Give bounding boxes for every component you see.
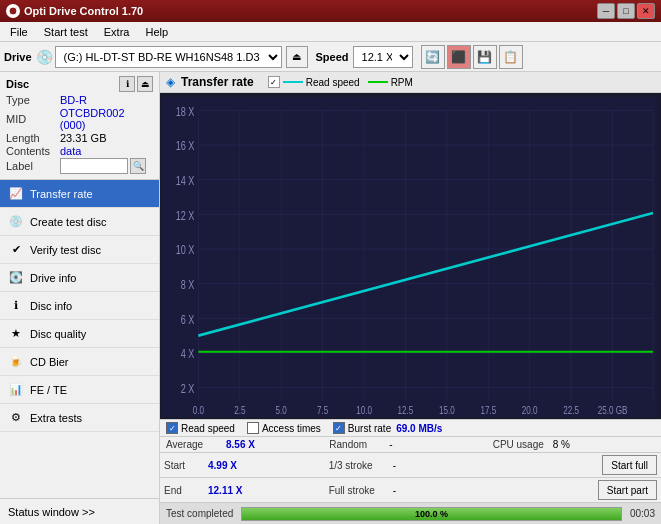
stats-average: Average 8.56 X [166,439,328,450]
app-title: Opti Drive Control 1.70 [24,5,143,17]
svg-text:14 X: 14 X [176,174,195,188]
legend-read-speed-label: Read speed [306,77,360,88]
menubar: File Start test Extra Help [0,22,661,42]
drive-info-icon: 💽 [8,270,24,286]
stats-start-value: 4.99 X [208,460,237,471]
start-full-button[interactable]: Start full [602,455,657,475]
svg-text:22.5: 22.5 [563,404,579,416]
drive-select[interactable]: (G:) HL-DT-ST BD-RE WH16NS48 1.D3 [55,46,282,68]
erase-button[interactable]: ⬛ [447,45,471,69]
status-window-button[interactable]: Status window >> [0,498,159,524]
sidebar: Disc ℹ ⏏ Type BD-R MID OTCBDR002 (000) L… [0,72,160,524]
legend-read-speed-check[interactable]: ✓ [268,76,280,88]
legend-read-speed-color [283,81,303,83]
start-full-container: Start full [493,455,657,475]
menu-start-test[interactable]: Start test [36,24,96,40]
menu-extra[interactable]: Extra [96,24,138,40]
chart-svg: 18 X 16 X 14 X 12 X 10 X 8 X 6 X 4 X 2 X… [162,97,657,417]
stats-end-label: End [164,485,204,496]
nav-item-transfer-rate[interactable]: 📈 Transfer rate [0,180,159,208]
write-button[interactable]: 💾 [473,45,497,69]
cd-bier-icon: 🍺 [8,354,24,370]
stats-random-value: - [389,439,392,450]
nav-label-transfer-rate: Transfer rate [30,188,93,200]
svg-text:10.0: 10.0 [356,404,372,416]
disc-label-button[interactable]: 🔍 [130,158,146,174]
titlebar-left: Opti Drive Control 1.70 [6,4,143,18]
disc-length-value: 23.31 GB [60,132,106,144]
action-row-end: End 12.11 X Full stroke - Start part [160,477,661,502]
menu-help[interactable]: Help [137,24,176,40]
svg-text:8 X: 8 X [181,278,195,292]
stats-start: Start 4.99 X [164,460,328,471]
svg-point-0 [9,7,17,15]
close-button[interactable]: ✕ [637,3,655,19]
svg-text:5.0: 5.0 [276,404,287,416]
disc-type-value: BD-R [60,94,87,106]
stats-start-label: Start [164,460,204,471]
read-speed-checkbox[interactable]: ✓ [166,422,178,434]
status-window-label: Status window >> [8,506,95,518]
stats-average-label: Average [166,439,222,450]
access-times-checkbox[interactable] [247,422,259,434]
disc-icons: ℹ ⏏ [119,76,153,92]
action-row-start: Start 4.99 X 1/3 stroke - Start full [160,452,661,477]
nav-item-extra-tests[interactable]: ⚙ Extra tests [0,404,159,432]
nav-item-disc-info[interactable]: ℹ Disc info [0,292,159,320]
svg-text:12 X: 12 X [176,208,195,222]
nav-item-create-test-disc[interactable]: 💿 Create test disc [0,208,159,236]
refresh-button[interactable]: 🔄 [421,45,445,69]
nav-item-cd-bier[interactable]: 🍺 CD Bier [0,348,159,376]
speed-label: Speed [316,51,349,63]
progress-label: Test completed [166,508,233,519]
drivebar: Drive 💿 (G:) HL-DT-ST BD-RE WH16NS48 1.D… [0,42,661,72]
titlebar: Opti Drive Control 1.70 ─ □ ✕ [0,0,661,22]
disc-mid-value: OTCBDR002 (000) [60,107,153,131]
start-part-button[interactable]: Start part [598,480,657,500]
progress-fill: 100.0 % [242,508,621,520]
stats-full-stroke-value: - [393,485,396,496]
disc-label-row: Label 🔍 [6,158,153,174]
chart-legend: ✓ Read speed RPM [268,76,413,88]
svg-text:18 X: 18 X [176,104,195,118]
save-button[interactable]: 📋 [499,45,523,69]
disc-eject-button[interactable]: ⏏ [137,76,153,92]
checkbox-burst-rate[interactable]: ✓ Burst rate 69.0 MB/s [333,422,443,434]
read-speed-checkbox-label: Read speed [181,423,235,434]
maximize-button[interactable]: □ [617,3,635,19]
progress-track: 100.0 % [241,507,622,521]
disc-info-icon: ℹ [8,298,24,314]
stats-1-3-stroke-value: - [393,460,396,471]
minimize-button[interactable]: ─ [597,3,615,19]
checkbox-read-speed[interactable]: ✓ Read speed [166,422,235,434]
svg-text:6 X: 6 X [181,312,195,326]
disc-info-button[interactable]: ℹ [119,76,135,92]
burst-rate-checkbox[interactable]: ✓ [333,422,345,434]
disc-mid-label: MID [6,113,60,125]
stats-random: Random - [329,439,491,450]
stats-cpu-usage: CPU usage 8 % [493,439,655,450]
nav-item-fe-te[interactable]: 📊 FE / TE [0,376,159,404]
disc-type-row: Type BD-R [6,94,153,106]
nav-item-verify-test-disc[interactable]: ✔ Verify test disc [0,236,159,264]
progress-bar-container: Test completed 100.0 % 00:03 [160,502,661,524]
disc-contents-value: data [60,145,81,157]
svg-text:12.5: 12.5 [398,404,414,416]
svg-text:2 X: 2 X [181,382,195,396]
access-times-checkbox-label: Access times [262,423,321,434]
nav-item-disc-quality[interactable]: ★ Disc quality [0,320,159,348]
speed-select[interactable]: 12.1 X ▼ [353,46,413,68]
svg-text:15.0: 15.0 [439,404,455,416]
nav-item-drive-info[interactable]: 💽 Drive info [0,264,159,292]
stats-row-1: Average 8.56 X Random - CPU usage 8 % [160,436,661,452]
legend-rpm: RPM [368,77,413,88]
checkbox-access-times[interactable]: Access times [247,422,321,434]
svg-text:16 X: 16 X [176,139,195,153]
transfer-rate-icon: 📈 [8,186,24,202]
menu-file[interactable]: File [2,24,36,40]
stats-random-label: Random [329,439,385,450]
disc-label-input[interactable] [60,158,128,174]
extra-tests-icon: ⚙ [8,410,24,426]
eject-button[interactable]: ⏏ [286,46,308,68]
drive-label: Drive [4,51,32,63]
